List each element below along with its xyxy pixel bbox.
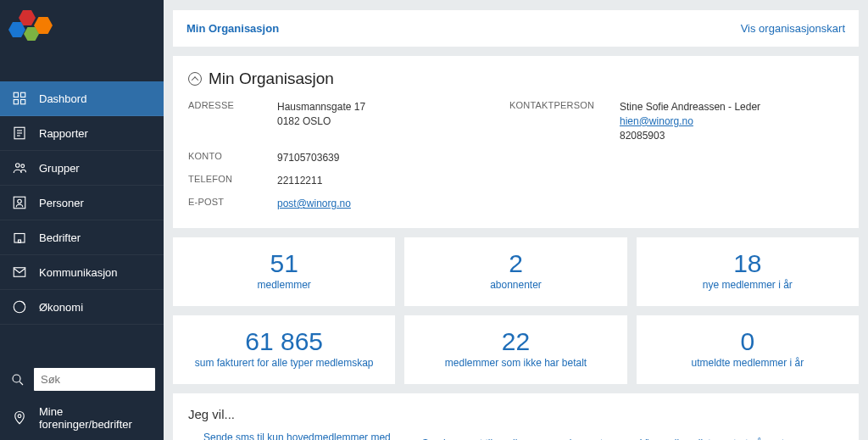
sidebar-item-label: Bedrifter	[39, 231, 81, 244]
wishes-title: Jeg vil...	[188, 407, 843, 421]
label-address: ADRESSE	[188, 100, 269, 142]
sidebar-item-label: Økonomi	[39, 301, 83, 314]
value-phone: 22112211	[277, 174, 501, 188]
contact-email-link[interactable]: hien@winorg.no	[620, 115, 693, 127]
stat-ikke-betalt[interactable]: 22medlemmer som ikke har betalt	[404, 315, 626, 384]
groups-icon	[12, 160, 27, 175]
collapse-icon[interactable]	[188, 72, 202, 86]
logo-area	[0, 0, 164, 56]
svg-rect-19	[19, 240, 21, 242]
main: Min Organisasjon Vis organisasjonskart M…	[164, 0, 868, 440]
org-details: ADRESSE Hausmannsgate 170182 OSLO KONTAK…	[188, 100, 843, 211]
sidebar-item-label: Dashbord	[39, 92, 86, 105]
wish-item: →Vis medlemsliste sortert på postnummer	[625, 432, 843, 440]
sidebar-item-okonomi[interactable]: Økonomi	[0, 290, 164, 325]
wish-link-sms[interactable]: Sende sms til kun hovedmedlemmer med mob…	[203, 432, 407, 440]
sidebar-item-label: Personer	[39, 197, 84, 209]
value-account: 97105703639	[277, 151, 501, 165]
svg-rect-12	[14, 234, 25, 243]
svg-point-22	[13, 375, 20, 382]
search-row	[0, 363, 164, 396]
topbar: Min Organisasjon Vis organisasjonskart	[173, 10, 859, 47]
sidebar-item-label: Kommunikasjon	[39, 266, 118, 279]
sidebar-bottom: Mine foreninger/bedrifter	[0, 354, 164, 440]
svg-point-9	[21, 164, 25, 168]
sidebar-item-mine-foreninger[interactable]: Mine foreninger/bedrifter	[0, 396, 164, 440]
stat-utmeldte[interactable]: 0utmeldte medlemmer i år	[637, 315, 859, 384]
search-input[interactable]	[34, 368, 155, 391]
value-contact: Stine Sofie Andreassen - Lederhien@winor…	[620, 100, 843, 142]
report-icon	[12, 125, 27, 141]
logo	[8, 10, 56, 39]
sidebar-item-kommunikasjon[interactable]: Kommunikasjon	[0, 255, 164, 290]
svg-point-8	[16, 164, 20, 168]
wish-item: →Sende e-post til medlemmer med e-post	[407, 432, 626, 440]
value-email: post@winorg.no	[277, 197, 501, 211]
org-email-link[interactable]: post@winorg.no	[277, 198, 351, 209]
sidebar-item-label: Rapporter	[39, 127, 88, 140]
sidebar-item-personer[interactable]: Personer	[0, 186, 164, 220]
svg-line-23	[19, 382, 23, 385]
mail-icon	[12, 265, 27, 280]
sidebar-item-label: Mine foreninger/bedrifter	[39, 405, 152, 431]
stat-fakturert[interactable]: 61 865sum fakturert for alle typer medle…	[173, 315, 395, 384]
sidebar-item-rapporter[interactable]: Rapporter	[0, 116, 164, 151]
svg-rect-10	[14, 197, 25, 209]
svg-point-11	[18, 199, 22, 203]
svg-rect-20	[14, 268, 25, 277]
stat-abonnenter[interactable]: 2abonnenter	[404, 237, 626, 306]
sidebar-item-dashbord[interactable]: Dashbord	[0, 81, 164, 116]
svg-rect-2	[14, 100, 18, 104]
search-icon	[10, 372, 25, 387]
svg-rect-1	[21, 92, 25, 97]
svg-point-24	[18, 415, 21, 418]
person-icon	[12, 195, 27, 210]
svg-rect-3	[21, 100, 25, 104]
stat-medlemmer[interactable]: 51medlemmer	[173, 237, 395, 306]
stats-grid: 51medlemmer 2abonnenter 18nye medlemmer …	[173, 237, 859, 384]
wishes-card: Jeg vil... →Sende sms til kun hovedmedle…	[173, 393, 859, 440]
label-phone: TELEFON	[188, 174, 269, 188]
label-email: E-POST	[188, 197, 269, 211]
label-contact: KONTAKTPERSON	[509, 100, 611, 142]
sidebar-item-grupper[interactable]: Grupper	[0, 151, 164, 186]
wishes-list: →Sende sms til kun hovedmedlemmer med mo…	[188, 432, 843, 440]
dashboard-icon	[12, 91, 27, 106]
page-title: Min Organisasjon	[209, 70, 334, 88]
sidebar-item-bedrifter[interactable]: Bedrifter	[0, 220, 164, 255]
nav: Dashbord Rapporter Grupper Personer Bedr…	[0, 81, 164, 325]
org-card: Min Organisasjon ADRESSE Hausmannsgate 1…	[173, 56, 859, 228]
economy-icon	[12, 299, 27, 315]
sidebar-item-label: Grupper	[39, 162, 80, 175]
org-chart-link[interactable]: Vis organisasjonskart	[741, 22, 845, 35]
wish-item: →Sende sms til kun hovedmedlemmer med mo…	[188, 432, 407, 440]
label-account: KONTO	[188, 151, 269, 165]
org-header: Min Organisasjon	[188, 70, 843, 88]
breadcrumb: Min Organisasjon	[186, 22, 279, 35]
location-icon	[12, 410, 27, 426]
stat-nye-medlemmer[interactable]: 18nye medlemmer i år	[637, 237, 859, 306]
sidebar: Dashbord Rapporter Grupper Personer Bedr…	[0, 0, 164, 440]
company-icon	[12, 230, 27, 245]
svg-rect-0	[14, 92, 18, 97]
value-address: Hausmannsgate 170182 OSLO	[277, 100, 501, 142]
